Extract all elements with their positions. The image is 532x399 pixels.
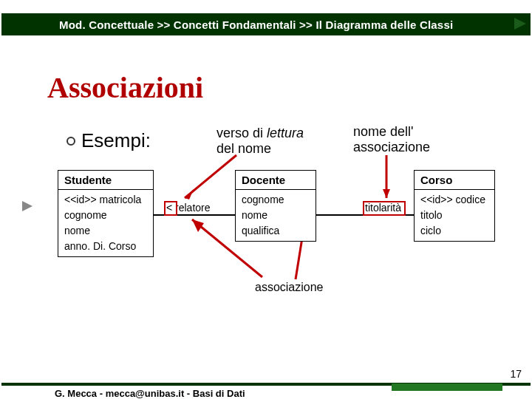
attr: cognome bbox=[64, 208, 147, 223]
class-docente: Docente cognome nome qualifica bbox=[235, 170, 316, 242]
class-studente: Studente <<id>> matricola cognome nome a… bbox=[58, 170, 154, 257]
class-docente-name: Docente bbox=[236, 171, 316, 190]
highlight-titolarita bbox=[363, 201, 406, 216]
footer-accent bbox=[392, 383, 502, 391]
attr: cognome bbox=[242, 192, 310, 208]
class-corso-name: Corso bbox=[415, 171, 494, 190]
footer-text: G. Mecca - mecca@unibas.it - Basi di Dat… bbox=[55, 388, 245, 399]
attr: nome bbox=[242, 208, 310, 223]
attr: <<id>> codice bbox=[420, 192, 488, 208]
attr: anno. Di. Corso bbox=[64, 239, 147, 254]
attr: qualifica bbox=[242, 223, 310, 239]
highlight-chevron bbox=[164, 201, 177, 216]
slide: Mod. Concettuale >> Concetti Fondamental… bbox=[0, 0, 532, 399]
class-studente-attrs: <<id>> matricola cognome nome anno. Di. … bbox=[58, 190, 153, 256]
attr: <<id>> matricola bbox=[64, 192, 147, 208]
arrowhead-assoc-l bbox=[192, 219, 204, 232]
class-corso: Corso <<id>> codice titolo ciclo bbox=[414, 170, 495, 242]
class-corso-attrs: <<id>> codice titolo ciclo bbox=[415, 190, 494, 241]
attr: nome bbox=[64, 223, 147, 239]
attr: titolo bbox=[420, 208, 488, 223]
arrowhead-verso bbox=[185, 189, 194, 200]
class-docente-attrs: cognome nome qualifica bbox=[236, 190, 316, 241]
arrowhead-nome bbox=[383, 189, 390, 198]
class-studente-name: Studente bbox=[58, 171, 153, 190]
page-number: 17 bbox=[510, 368, 522, 380]
label-associazione: associazione bbox=[255, 281, 324, 294]
attr: ciclo bbox=[420, 223, 488, 239]
